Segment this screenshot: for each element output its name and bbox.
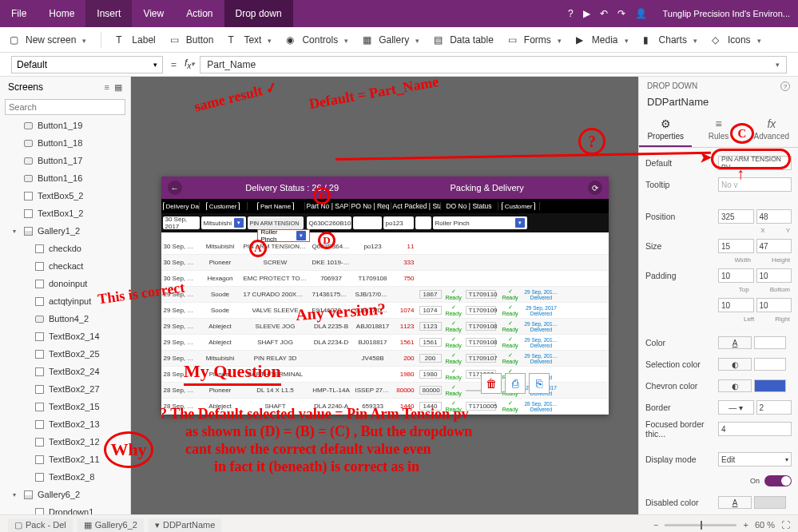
zoom-controls[interactable]: − + 60 % ⛶: [653, 520, 790, 530]
chev-color-icon[interactable]: ◐: [718, 379, 752, 392]
tree-item-checkdo[interactable]: checkdo: [0, 240, 130, 257]
tree-item-gallery1_2[interactable]: ▾Gallery1_2: [0, 222, 130, 240]
tree-item-button1_18[interactable]: Button1_18: [0, 134, 130, 152]
tab-file[interactable]: File: [0, 0, 38, 27]
prop-pad-b[interactable]: 10: [756, 268, 792, 283]
tree-item-donoinput[interactable]: donoinput: [0, 275, 130, 292]
font-color-icon[interactable]: A: [718, 336, 752, 349]
redo-icon[interactable]: ↷: [617, 8, 625, 19]
tree-item-textbox2_13[interactable]: TextBox2_13: [0, 415, 130, 433]
page-icon[interactable]: ⎘: [529, 373, 550, 394]
gallery-row[interactable]: 29 Sep, 2017AblejectSLEEVE JOGDLA 2235-B…: [161, 319, 609, 335]
prop-h[interactable]: 47: [756, 239, 792, 253]
fit-icon[interactable]: ⛶: [781, 520, 790, 530]
filter-date[interactable]: 30 Sep, 2017: [163, 216, 200, 229]
gallery-row[interactable]: 29 Sep, 2017MitsubishiPIN RELAY 3DJV458B…: [161, 351, 609, 367]
gallery-row[interactable]: 29 Sep, 2017Soode17 CURADO 200XG BRAKE R…: [161, 287, 609, 303]
tree-search-input[interactable]: [5, 99, 125, 115]
property-selector[interactable]: Default▾: [11, 56, 163, 73]
trash-icon[interactable]: 🗑: [481, 373, 502, 394]
play-icon[interactable]: ▶: [583, 8, 590, 19]
gallery-row[interactable]: 29 Sep, 2017SoodeVALVE SLEEVEE9146020024…: [161, 303, 609, 319]
prop-pad-r[interactable]: 10: [756, 298, 792, 312]
prop-pad-l[interactable]: 10: [718, 298, 754, 312]
button-button[interactable]: ▭Button: [170, 34, 214, 46]
controls-button[interactable]: ◉Controls: [286, 34, 348, 46]
prop-tooltip[interactable]: No v: [718, 177, 792, 192]
list-view-icon[interactable]: ≡: [105, 82, 109, 93]
tree-item-actqtyinput[interactable]: actqtyinput: [0, 292, 130, 310]
tree-item-button1_16[interactable]: Button1_16: [0, 169, 130, 187]
tree-item-button4_2[interactable]: Button4_2: [0, 310, 130, 328]
icons-button[interactable]: ◇Icons: [712, 34, 761, 46]
fx-label[interactable]: fx: [185, 58, 195, 70]
tree-item-textbox2_12[interactable]: TextBox2_12: [0, 433, 130, 451]
print-icon[interactable]: ⎙: [505, 373, 526, 394]
tree-item-textbox2_14[interactable]: TextBox2_14: [0, 328, 130, 345]
formula-input[interactable]: Part_Name ▾: [200, 56, 787, 73]
tab-action[interactable]: Action: [175, 0, 224, 27]
border-style[interactable]: — ▾: [718, 400, 754, 415]
tab-view[interactable]: View: [132, 0, 175, 27]
filter-pono[interactable]: po123: [383, 216, 414, 229]
tree-item-checkact[interactable]: checkact: [0, 257, 130, 275]
tab-home[interactable]: Home: [38, 0, 85, 27]
zoom-out-icon[interactable]: −: [653, 520, 658, 530]
tree-item-textbox2_11[interactable]: TextBox2_11: [0, 451, 130, 468]
media-button[interactable]: ▶Media: [576, 34, 629, 46]
filter-qty[interactable]: [415, 216, 431, 229]
text-button[interactable]: TText: [228, 34, 272, 46]
tree-item-textbox2_15[interactable]: TextBox2_15: [0, 398, 130, 415]
charts-button[interactable]: ▮Charts: [643, 34, 697, 46]
disabled-swatch[interactable]: [754, 496, 786, 509]
display-mode[interactable]: Edit▾: [718, 452, 792, 466]
sel-swatch[interactable]: [754, 358, 786, 371]
focused-border[interactable]: 4: [718, 422, 792, 436]
prop-body[interactable]: Default PIN ARM TENSION PV Tooltip No v …: [639, 148, 798, 514]
gallery-row[interactable]: 29 Sep, 2017AblejectSHAFT JOGDLA 2234-DB…: [161, 335, 609, 351]
color-swatch[interactable]: [754, 336, 786, 349]
tree-item-textbox1_2[interactable]: TextBox1_2: [0, 204, 130, 222]
tree-item-textbox2_24[interactable]: TextBox2_24: [0, 363, 130, 380]
tab-properties[interactable]: ⚙Properties: [639, 113, 692, 147]
grid-view-icon[interactable]: ▦: [114, 82, 122, 93]
tree-item-button1_17[interactable]: Button1_17: [0, 152, 130, 169]
tree-item-textbox2_8[interactable]: TextBox2_8: [0, 468, 130, 486]
label-button[interactable]: TLabel: [116, 34, 155, 46]
sel-color-icon[interactable]: ◐: [718, 358, 752, 371]
new-screen-button[interactable]: ▢New screen: [10, 34, 86, 46]
tree-item-textbox2_27[interactable]: TextBox2_27: [0, 380, 130, 398]
gallery-button[interactable]: ▦Gallery: [363, 34, 419, 46]
prop-y[interactable]: 48: [756, 209, 792, 224]
prop-default-value[interactable]: PIN ARM TENSION PV: [718, 156, 792, 170]
tree-search[interactable]: [5, 99, 125, 115]
tree-item-textbox2_25[interactable]: TextBox2_25: [0, 345, 130, 363]
chev-swatch[interactable]: [754, 379, 786, 392]
tab-rules[interactable]: ≡Rules: [692, 113, 744, 147]
tree-item-button1_19[interactable]: Button1_19: [0, 117, 130, 134]
visible-toggle[interactable]: [764, 475, 792, 486]
border-width[interactable]: 2: [756, 400, 792, 415]
gallery-row[interactable]: 30 Sep, 2017PioneerSCREWDKE 1019-1-1333: [161, 255, 609, 271]
filter-partno[interactable]: Q630C260B10: [307, 216, 351, 229]
zoom-in-icon[interactable]: +: [743, 520, 748, 530]
undo-icon[interactable]: ↶: [600, 8, 608, 19]
filter-customer[interactable]: Mitsubishi▾: [201, 216, 246, 229]
prop-w[interactable]: 15: [718, 239, 754, 253]
tree-item-dropdown1[interactable]: Dropdown1: [0, 503, 130, 514]
tree-list[interactable]: Button1_19Button1_18Button1_17Button1_16…: [0, 117, 130, 514]
filter-sap[interactable]: [353, 216, 382, 229]
crumb-gallery[interactable]: ▦ Gallery6_2: [77, 518, 144, 532]
tab-advanced[interactable]: fxAdvanced: [745, 113, 798, 147]
back-icon[interactable]: ←: [168, 181, 182, 195]
datatable-button[interactable]: ▤Data table: [434, 34, 494, 46]
prop-x[interactable]: 325: [718, 209, 754, 224]
gallery-row[interactable]: 28 Sep, 2017AblejectSHAFTDLA 2240-A65933…: [161, 399, 609, 415]
help-icon[interactable]: ?: [568, 8, 574, 19]
tab-insert[interactable]: Insert: [85, 0, 132, 27]
prop-pad-t[interactable]: 10: [718, 268, 754, 283]
tree-item-textbox5_2[interactable]: TextBox5_2: [0, 187, 130, 204]
crumb-screen[interactable]: ▢ Pack - Del: [8, 518, 73, 532]
zoom-slider[interactable]: [665, 524, 736, 526]
filter-rollerpinch-right[interactable]: Roller Pinch▾: [433, 216, 527, 229]
